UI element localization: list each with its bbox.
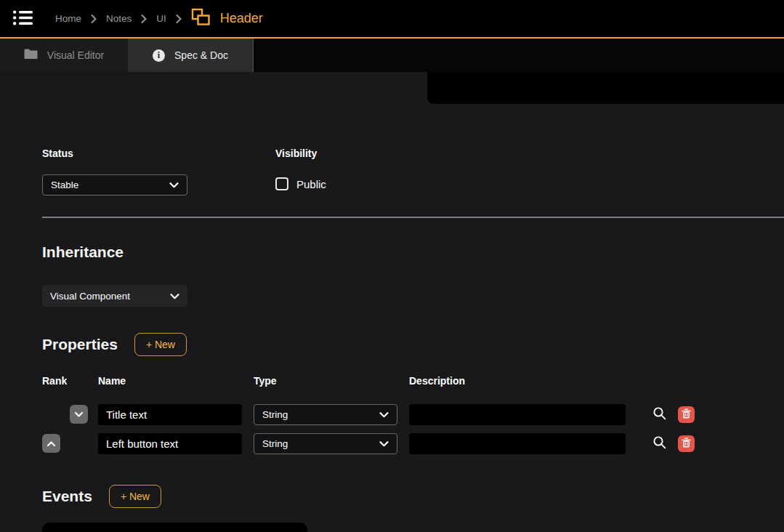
tab-visual-editor[interactable]: Visual Editor — [0, 39, 128, 72]
property-type-select[interactable]: String — [254, 433, 397, 454]
current-page: Header — [191, 8, 263, 29]
chevron-down-icon — [170, 291, 179, 302]
properties-heading: Properties — [42, 336, 118, 353]
breadcrumb-notes[interactable]: Notes — [106, 13, 132, 24]
inheritance-heading: Inheritance — [42, 243, 784, 261]
chevron-right-icon — [91, 15, 97, 23]
rank-cell — [42, 434, 98, 453]
public-checkbox-label: Public — [296, 178, 326, 190]
breadcrumb-ui[interactable]: UI — [156, 13, 166, 24]
tab-spec-and-doc[interactable]: i Spec & Doc — [128, 39, 254, 72]
property-name-input[interactable] — [98, 433, 242, 454]
section-divider — [42, 217, 784, 218]
breadcrumb: Home Notes UI — [55, 13, 182, 24]
visibility-field: Visibility Public — [275, 148, 326, 196]
trash-icon — [682, 438, 691, 450]
property-type-value: String — [262, 409, 288, 420]
tab-label: Spec & Doc — [174, 49, 228, 61]
chevron-right-icon — [141, 15, 147, 23]
delete-property-button[interactable] — [678, 406, 695, 423]
chevron-down-icon — [379, 409, 389, 420]
rank-cell — [42, 405, 98, 424]
property-name-input[interactable] — [98, 404, 242, 425]
chevron-up-icon — [47, 438, 56, 449]
chevron-right-icon — [176, 15, 182, 23]
tab-bar: Visual Editor i Spec & Doc — [0, 39, 784, 72]
top-bar: Home Notes UI Header — [0, 0, 784, 39]
property-description-input[interactable] — [409, 404, 626, 425]
chevron-down-icon — [74, 409, 84, 420]
component-icon — [191, 8, 211, 29]
description-column-header: Description — [409, 375, 784, 387]
status-select[interactable]: Stable — [42, 174, 187, 196]
new-property-button[interactable]: + New — [134, 333, 187, 356]
properties-column-headers: Rank Name Type Description — [42, 375, 784, 387]
chevron-down-icon — [169, 180, 179, 190]
info-icon: i — [153, 49, 165, 62]
chevron-down-icon — [379, 438, 389, 449]
move-down-button[interactable] — [70, 405, 88, 424]
status-visibility-row: Status Stable Visibility Public — [42, 148, 784, 196]
search-icon — [652, 435, 667, 452]
trash-icon — [682, 408, 691, 421]
clipped-event-panel — [42, 523, 307, 532]
status-label: Status — [42, 148, 275, 159]
name-column-header: Name — [98, 375, 254, 387]
inheritance-select[interactable]: Visual Component — [42, 285, 187, 307]
events-header-row: Events + New — [42, 485, 784, 508]
page-title: Header — [220, 11, 263, 26]
app-window: Home Notes UI Header — [0, 0, 784, 532]
public-checkbox[interactable] — [275, 177, 288, 190]
public-checkbox-row: Public — [275, 177, 326, 190]
search-button[interactable] — [651, 406, 668, 423]
list-menu-button[interactable] — [12, 9, 33, 28]
breadcrumb-home[interactable]: Home — [55, 13, 81, 24]
type-column-header: Type — [254, 375, 409, 387]
rank-column-header: Rank — [42, 375, 98, 387]
search-button[interactable] — [651, 435, 668, 452]
property-type-value: String — [262, 438, 288, 449]
property-description-input[interactable] — [409, 433, 626, 454]
status-field: Status Stable — [42, 148, 275, 196]
new-event-button[interactable]: + New — [109, 485, 161, 508]
properties-header-row: Properties + New — [42, 333, 784, 356]
delete-property-button[interactable] — [678, 435, 695, 452]
spec-doc-content: Status Stable Visibility Public Inherita… — [0, 72, 784, 532]
status-select-value: Stable — [51, 180, 78, 190]
property-row: String — [42, 432, 784, 454]
property-row: String — [42, 403, 784, 425]
property-type-select[interactable]: String — [254, 404, 397, 425]
tab-label: Visual Editor — [47, 49, 104, 61]
folder-icon — [24, 49, 38, 62]
move-up-button[interactable] — [42, 434, 60, 453]
events-heading: Events — [42, 488, 92, 505]
search-icon — [652, 406, 667, 423]
inheritance-select-value: Visual Component — [50, 291, 130, 302]
list-icon — [13, 9, 33, 28]
visibility-label: Visibility — [275, 148, 326, 159]
